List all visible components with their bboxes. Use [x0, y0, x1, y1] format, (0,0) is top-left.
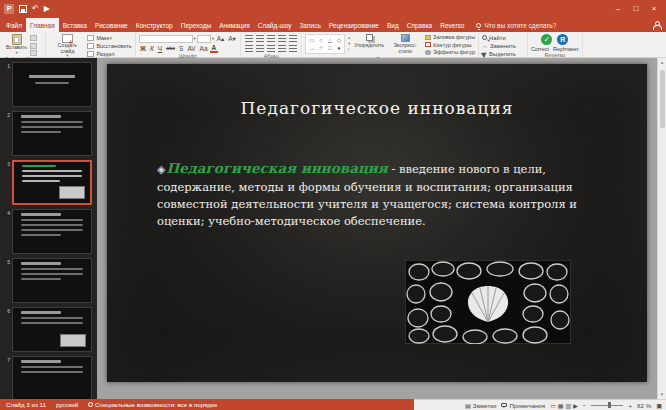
columns-icon[interactable] [289, 45, 297, 52]
tab-transitions[interactable]: Переходы [177, 18, 216, 32]
shell-mosaic-image[interactable] [405, 260, 571, 344]
zoom-slider[interactable] [591, 405, 623, 406]
slide-thumbnail-2[interactable] [12, 111, 92, 156]
shape-triangle-icon[interactable]: △ [325, 36, 334, 44]
shape-diamond-icon[interactable]: ◇ [334, 36, 343, 44]
shape-outline-button[interactable]: Контур фигуры [425, 42, 475, 49]
quick-styles-button[interactable]: Экспресс-стили [387, 34, 423, 54]
comments-button[interactable]: Примечания [501, 402, 545, 409]
shapes-gallery[interactable]: ▭ ○ △ ◇ → ☆ □ ● [305, 34, 345, 54]
close-button[interactable]: × [646, 2, 662, 16]
tab-help[interactable]: Справка [403, 18, 437, 32]
slide-title[interactable]: Педагогическое инновация [107, 98, 647, 118]
maximize-button[interactable]: □ [628, 2, 644, 16]
line-spacing-icon[interactable] [289, 35, 297, 42]
new-slide-button[interactable]: Создать слайд ▾ [49, 34, 85, 58]
paste-button[interactable]: Вставить ▾ [5, 34, 28, 55]
notes-button[interactable]: ▤ Заметки [465, 402, 497, 409]
grow-font-button[interactable]: A▴ [215, 34, 226, 43]
start-slideshow-icon[interactable]: ▶ [44, 4, 50, 14]
scroll-down-icon[interactable]: ▼ [660, 392, 664, 397]
tab-review[interactable]: Рецензирование [325, 18, 383, 32]
indent-decrease-icon[interactable] [267, 35, 275, 42]
scroll-up-icon[interactable]: ▲ [660, 60, 664, 65]
reverso-rephraser-icon[interactable]: R [557, 34, 568, 45]
scrollbar-thumb[interactable] [660, 70, 665, 128]
italic-button[interactable]: К [148, 44, 155, 53]
tab-animations[interactable]: Анимация [215, 18, 254, 32]
slide-thumbnail-5[interactable] [12, 258, 92, 303]
slideshow-view-icon[interactable]: ▶ [573, 402, 578, 409]
slide-thumbnail-4[interactable] [12, 209, 92, 254]
numbering-icon[interactable] [256, 35, 264, 42]
share-person-icon[interactable] [652, 21, 660, 29]
save-icon[interactable] [19, 5, 27, 13]
font-size-dropdown-icon[interactable]: ▾ [212, 37, 214, 41]
cut-icon[interactable] [30, 35, 37, 41]
tab-draw[interactable]: Рисование [91, 18, 132, 32]
strikethrough-button[interactable]: abc [165, 44, 177, 53]
normal-view-icon[interactable]: ▭ [550, 402, 556, 409]
shape-star-icon[interactable]: ☆ [316, 44, 325, 52]
zoom-slider-knob[interactable] [608, 402, 611, 408]
slide-indicator[interactable]: Слайд 3 из 11 [6, 401, 46, 408]
character-spacing-button[interactable]: AV [186, 44, 197, 53]
tab-insert[interactable]: Вставка [59, 18, 91, 32]
current-slide[interactable]: Педагогическое инновация ◈Педагогическая… [107, 64, 647, 382]
font-color-button[interactable]: A [210, 44, 218, 53]
slide-thumbnail-6[interactable] [12, 307, 92, 352]
slide-thumbnail-3-selected[interactable] [12, 160, 92, 205]
reading-view-icon[interactable]: ▥ [565, 402, 571, 409]
reset-button[interactable]: Восстановить [87, 42, 131, 49]
bullets-icon[interactable] [245, 35, 253, 42]
select-button[interactable]: Выделить [482, 50, 516, 57]
language-indicator[interactable]: русский [56, 401, 78, 408]
font-name-input[interactable] [139, 35, 193, 43]
shapes-scroll[interactable]: ▲ ▼ ≡ [347, 34, 351, 53]
arrange-button[interactable]: Упорядочить [353, 34, 385, 49]
accessibility-status[interactable]: Специальные возможности: все в порядке [88, 401, 217, 408]
bold-button[interactable]: Ж [139, 44, 148, 53]
tab-view[interactable]: Вид [383, 18, 403, 32]
tab-file[interactable]: Файл [2, 18, 26, 32]
shapes-more-icon[interactable]: ≡ [347, 47, 351, 52]
font-name-dropdown-icon[interactable]: ▾ [194, 37, 196, 41]
text-shadow-button[interactable]: S [178, 44, 185, 53]
slide-sorter-view-icon[interactable]: ▦ [558, 402, 564, 409]
replace-button[interactable]: ↔ Заменить [482, 42, 516, 49]
underline-button[interactable]: Ч [156, 44, 163, 53]
align-right-icon[interactable] [267, 45, 275, 52]
undo-icon[interactable]: ↶ [32, 4, 39, 14]
shape-square-icon[interactable]: □ [325, 44, 334, 52]
zoom-in-button[interactable]: + [628, 402, 632, 409]
tab-home[interactable]: Главная [26, 18, 59, 32]
tab-reverso[interactable]: Reverso [436, 18, 468, 32]
shape-fill-button[interactable]: Заливка фигуры [425, 34, 475, 41]
slide-thumbnail-7[interactable] [12, 356, 92, 399]
zoom-out-button[interactable]: − [583, 402, 587, 409]
indent-increase-icon[interactable] [278, 35, 286, 42]
align-left-icon[interactable] [245, 45, 253, 52]
vertical-scrollbar[interactable]: ▲ ▼ [657, 58, 666, 399]
change-case-button[interactable]: Aa [198, 44, 209, 53]
zoom-level[interactable]: 82 % [637, 402, 651, 409]
shape-arrow-icon[interactable]: → [307, 44, 316, 52]
section-button[interactable]: Раздел [87, 50, 131, 57]
tab-slideshow[interactable]: Слайд-шоу [254, 18, 296, 32]
tab-record[interactable]: Запись [295, 18, 324, 32]
fit-to-window-icon[interactable]: ▣ [656, 402, 662, 409]
layout-button[interactable]: Макет [87, 34, 131, 41]
shapes-scroll-down-icon[interactable]: ▼ [347, 41, 351, 46]
copy-icon[interactable] [30, 43, 37, 49]
font-size-input[interactable] [197, 35, 211, 43]
justify-icon[interactable] [278, 45, 286, 52]
tab-design[interactable]: Конструктор [132, 18, 177, 32]
shape-dot-icon[interactable]: ● [334, 44, 343, 52]
slide-body[interactable]: ◈Педагогическая инновация - введение нов… [157, 158, 597, 230]
shape-circle-icon[interactable]: ○ [316, 36, 325, 44]
reverso-correct-icon[interactable]: ✓ [541, 34, 552, 45]
shape-rect-icon[interactable]: ▭ [307, 36, 316, 44]
minimize-button[interactable]: – [610, 2, 626, 16]
find-button[interactable]: Найти [482, 34, 516, 41]
shapes-scroll-up-icon[interactable]: ▲ [347, 35, 351, 40]
